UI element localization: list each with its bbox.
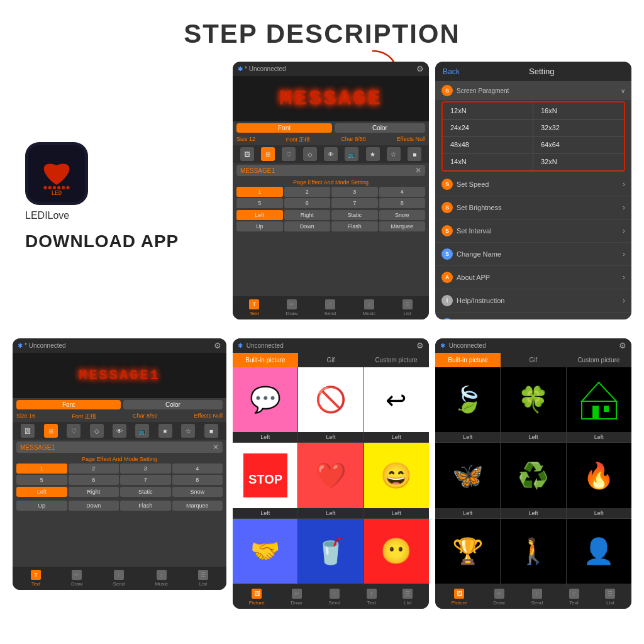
footer-list[interactable]: ☰ List [402,299,413,316]
pic-cell-3[interactable]: ↩ Left [364,367,429,442]
icon-btn-diamond-b[interactable]: ◇ [90,424,104,438]
pic2-cell-7[interactable]: 🏆 Left [435,519,500,586]
message-input-bottom[interactable] [20,444,213,451]
icon-btn-star-outline-b[interactable]: ☆ [181,424,195,438]
num-btn-b6[interactable]: 6 [69,475,119,485]
icon-btn-square[interactable]: ■ [408,147,421,161]
res-14xn[interactable]: 14xN [443,153,533,170]
footer-text-b[interactable]: T Text [31,570,41,587]
icon-btn-star-outline[interactable]: ☆ [387,147,401,161]
res-64x64[interactable]: 64x64 [533,136,624,153]
res-32x32[interactable]: 32x32 [533,119,624,136]
icon-btn-diamond[interactable]: ◇ [303,147,317,161]
footer-music[interactable]: ♪ Music [363,299,376,316]
font-button-top[interactable]: Font [236,123,332,133]
pic-cell-2[interactable]: 🚫 Left [298,367,363,442]
mode-static[interactable]: Static [331,210,378,220]
num-btn-b5[interactable]: 5 [16,475,67,485]
mode-marquee-b[interactable]: Marquee [172,501,223,511]
tab-gif-p2[interactable]: Gif [501,353,566,367]
mode-static-b[interactable]: Static [120,487,171,497]
icon-btn-screen[interactable]: 📺 [345,147,358,161]
tab-custom-p2[interactable]: Custom picture [566,353,631,367]
pic-cell-9[interactable]: 😶 Left [364,519,429,586]
num-btn-5[interactable]: 5 [236,198,283,208]
tab-builtin-p2[interactable]: Built-in picture [435,353,501,367]
num-btn-b2[interactable]: 2 [69,464,119,474]
pic2-cell-4[interactable]: 🦋 Left [435,443,500,518]
footer-draw-p1[interactable]: ✏ Draw [291,589,303,606]
tab-custom-p1[interactable]: Custom picture [364,353,429,367]
icon-btn-pic[interactable]: 🖼 [240,147,254,161]
num-btn-b4[interactable]: 4 [172,464,223,474]
tab-builtin-p1[interactable]: Built-in picture [233,353,298,367]
set-speed-row[interactable]: S Set Speed › [435,173,631,196]
pic2-cell-6[interactable]: 🔥 Left [567,443,631,518]
message-clear-top[interactable]: ✕ [415,166,421,175]
num-btn-6[interactable]: 6 [284,198,331,208]
icon-btn-grid[interactable]: ⊞ [261,147,275,161]
icon-btn-grid-b[interactable]: ⊞ [44,424,58,438]
num-btn-8[interactable]: 8 [379,198,426,208]
mode-right-b[interactable]: Right [69,487,119,497]
res-48x48[interactable]: 48x48 [443,136,533,153]
footer-send[interactable]: ↑ Send [325,299,336,316]
mode-flash[interactable]: Flash [331,221,378,231]
pic-cell-4[interactable]: STOP Left [233,443,297,518]
footer-list-b[interactable]: ☰ List [198,570,208,587]
pic2-cell-3[interactable]: Left [567,367,631,442]
footer-list-p1[interactable]: ☰ List [402,589,413,606]
num-btn-b1[interactable]: 1 [16,464,67,474]
set-brightness-row[interactable]: S Set Brightness › [435,196,631,219]
footer-draw-b[interactable]: ✏ Draw [71,570,83,587]
num-btn-3[interactable]: 3 [331,187,378,197]
pic-cell-1[interactable]: 💬 Left [233,367,297,442]
gear-icon-bottom[interactable]: ⚙ [214,341,221,350]
mode-down-b[interactable]: Down [69,501,119,511]
mode-right[interactable]: Right [284,210,331,220]
font-button-bottom[interactable]: Font [16,400,121,409]
icon-btn-eye-b[interactable]: 👁 [113,424,126,438]
footer-text-p1[interactable]: T Text [367,589,377,606]
icon-btn-heart[interactable]: ♡ [282,147,296,161]
footer-music-b[interactable]: ♪ Music [155,570,168,587]
num-btn-1[interactable]: 1 [236,187,283,197]
pic-cell-5[interactable]: ❤️ Left [298,443,363,518]
help-instruction-row[interactable]: i Help/Instruction › [435,289,631,313]
pic2-cell-9[interactable]: 👤 Left [567,519,631,586]
footer-send-p2[interactable]: ↑ Send [531,589,543,606]
pic2-cell-5[interactable]: ♻️ Left [501,443,565,518]
res-12xn[interactable]: 12xN [443,103,533,119]
pic-cell-8[interactable]: 🥤 Left [298,519,363,586]
footer-send-b[interactable]: ↑ Send [113,570,125,587]
pic2-cell-1[interactable]: 🍃 Left [435,367,500,442]
color-button-top[interactable]: Color [335,123,425,133]
num-btn-b8[interactable]: 8 [172,475,223,485]
num-btn-4[interactable]: 4 [379,187,426,197]
gear-icon[interactable]: ⚙ [416,64,424,74]
icon-btn-star[interactable]: ★ [366,147,380,161]
mode-up-b[interactable]: Up [16,501,67,511]
send-music-row[interactable]: S Send Music › [435,313,631,319]
footer-text-p2[interactable]: T Text [569,589,579,606]
back-button[interactable]: Back [443,67,460,76]
icon-btn-pic-b[interactable]: 🖼 [21,424,35,438]
num-btn-7[interactable]: 7 [331,198,378,208]
screen-paragment-header[interactable]: S Screen Paragment ∨ [435,81,631,100]
mode-left[interactable]: Left [236,210,283,220]
mode-up[interactable]: Up [236,221,283,231]
mode-down[interactable]: Down [284,221,331,231]
pic-cell-7[interactable]: 🤝 Left [233,519,297,586]
footer-picture-p1[interactable]: 🖼 Picture [249,589,265,606]
message-clear-bottom[interactable]: ✕ [213,443,219,452]
num-btn-b7[interactable]: 7 [120,475,171,485]
footer-send-p1[interactable]: ↑ Send [328,589,340,606]
pic-cell-6[interactable]: 😄 Left [364,443,429,518]
res-16xn[interactable]: 16xN [533,103,624,119]
mode-flash-b[interactable]: Flash [120,501,171,511]
mode-snow[interactable]: Snow [379,210,426,220]
footer-picture-p2[interactable]: 🖼 Picture [452,589,467,606]
icon-btn-square-b[interactable]: ■ [204,424,218,438]
set-interval-row[interactable]: S Set Interval › [435,219,631,243]
change-name-row[interactable]: S Change Name › [435,243,631,266]
